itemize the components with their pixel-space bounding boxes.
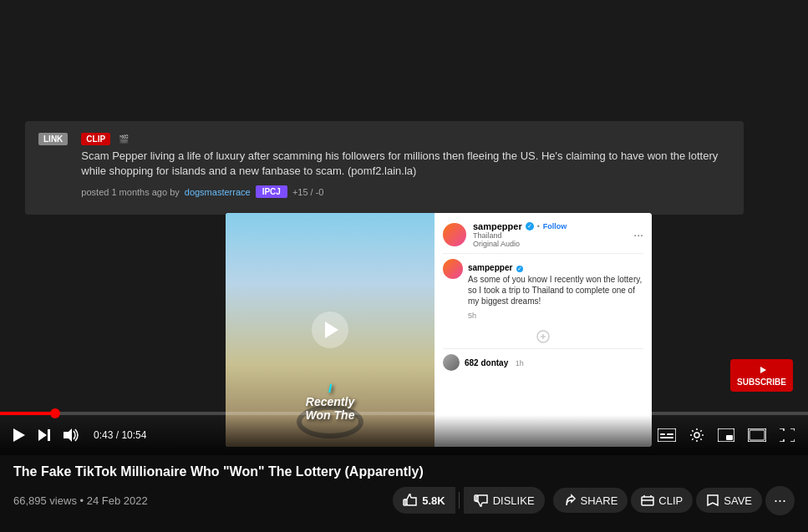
location: Thailand: [473, 231, 502, 240]
verified-icon: ✓: [526, 222, 534, 231]
share-label: SHARE: [581, 494, 618, 507]
reddit-title: Scam Pepper living a life of luxury afte…: [81, 149, 730, 179]
comment-text: As some of you know I recently won the l…: [468, 274, 643, 307]
volume-icon: [64, 428, 80, 442]
next-button[interactable]: [35, 426, 53, 444]
clip-button[interactable]: CLIP: [631, 488, 693, 513]
svg-rect-14: [750, 430, 765, 440]
play-icon: [13, 428, 25, 442]
follow-button[interactable]: Follow: [543, 222, 567, 231]
share-icon: [563, 494, 577, 507]
view-count: 66,895 views: [13, 494, 77, 507]
comment-content: sampepper ✓ As some of you know I recent…: [468, 259, 643, 322]
reply-row: 682 dontay 1h: [443, 354, 643, 371]
theater-icon: [748, 428, 766, 442]
commenter-avatar: [443, 259, 463, 279]
settings-icon: [689, 428, 704, 443]
clip-label: CLIP: [658, 494, 683, 507]
volume-button[interactable]: [60, 425, 84, 445]
link-tag: LINK: [38, 133, 68, 145]
like-count: 5.8K: [422, 494, 445, 507]
reddit-post-overlay: LINK CLIP 🎬 Scam Pepper living a life of…: [25, 121, 744, 215]
video-play-overlay[interactable]: [312, 312, 348, 348]
subscribe-badge[interactable]: SUBSCRIBE: [730, 359, 793, 392]
like-button[interactable]: 5.8K: [393, 487, 455, 514]
clip-tag-overlay: CLIP: [81, 133, 110, 145]
svg-rect-12: [726, 435, 733, 440]
video-thumbnail: LINK CLIP 🎬 Scam Pepper living a life of…: [0, 0, 808, 455]
expand-icon[interactable]: [443, 328, 643, 343]
save-label: SAVE: [724, 494, 752, 507]
captions-button[interactable]: [654, 425, 679, 445]
reply-content: 682 dontay 1h: [465, 354, 643, 371]
dislike-button[interactable]: DISLIKE: [464, 487, 545, 514]
reply-username: 682 dontay: [465, 358, 508, 367]
upload-date: 24 Feb 2022: [87, 494, 148, 507]
thumbs-up-icon: [403, 493, 418, 508]
svg-point-10: [694, 433, 699, 438]
thumbs-down-icon: [474, 493, 489, 508]
action-buttons: 5.8K DISLIKE SHARE: [393, 486, 795, 515]
comment-row: sampepper ✓ As some of you know I recent…: [443, 259, 643, 322]
more-dots-icon: ···: [774, 492, 786, 509]
reply-time: 1h: [516, 359, 524, 367]
captions-icon: [658, 428, 676, 442]
verified-icon-sm: ✓: [516, 266, 523, 272]
skip-icon: [38, 429, 50, 441]
stats-dot: •: [80, 494, 87, 507]
social-username: sampepper: [473, 221, 522, 231]
fullscreen-button[interactable]: [776, 425, 798, 445]
reply-avatar: [443, 354, 460, 371]
time-display: 0:43 / 10:54: [94, 429, 146, 441]
svg-marker-5: [64, 428, 72, 442]
svg-rect-9: [660, 437, 673, 438]
dot-separator: •: [537, 222, 540, 231]
save-button[interactable]: SAVE: [696, 488, 762, 513]
reddit-username: dogsmasterrace: [185, 187, 251, 197]
reddit-meta: posted 1 months ago by dogsmasterrace IP…: [81, 185, 730, 198]
audio-info: Original Audio: [473, 240, 627, 248]
controls-bar: 0:43 / 10:54: [0, 415, 808, 455]
three-dots-icon[interactable]: ···: [633, 228, 643, 241]
posted-by: posted 1 months ago by: [81, 187, 179, 197]
svg-rect-6: [658, 428, 676, 442]
video-stats: 66,895 views • 24 Feb 2022: [13, 494, 148, 507]
settings-button[interactable]: [686, 424, 708, 446]
svg-rect-7: [660, 433, 665, 435]
video-player[interactable]: LINK CLIP 🎬 Scam Pepper living a life of…: [0, 0, 808, 455]
community-badge: IPCJ: [256, 185, 287, 198]
svg-rect-17: [642, 497, 653, 505]
dislike-label: DISLIKE: [493, 494, 535, 507]
clip-icon: [641, 494, 654, 507]
current-time: 0:43: [94, 429, 113, 441]
social-avatar: [443, 223, 466, 246]
vote-count: +15 / -0: [292, 187, 324, 197]
total-time: 10:54: [121, 429, 146, 441]
comment-time: 5h: [468, 312, 476, 320]
video-title: The Fake TikTok Millionaire Who "Won" Th…: [13, 464, 795, 481]
svg-rect-8: [667, 433, 673, 435]
video-meta-row: 66,895 views • 24 Feb 2022 5.8K DISLIK: [13, 486, 795, 515]
share-button[interactable]: SHARE: [553, 488, 628, 513]
like-divider: [459, 492, 460, 509]
user-info: sampepper ✓ • Follow Thailand Original A…: [473, 221, 627, 248]
comment-username: sampepper: [468, 263, 512, 272]
fullscreen-icon: [780, 428, 795, 442]
miniplayer-button[interactable]: [714, 425, 738, 445]
video-info: The Fake TikTok Millionaire Who "Won" Th…: [0, 455, 808, 520]
theater-button[interactable]: [744, 425, 770, 445]
miniplayer-icon: [718, 428, 734, 442]
save-icon: [706, 494, 719, 507]
play-button[interactable]: [10, 425, 28, 445]
more-button[interactable]: ···: [765, 486, 795, 515]
